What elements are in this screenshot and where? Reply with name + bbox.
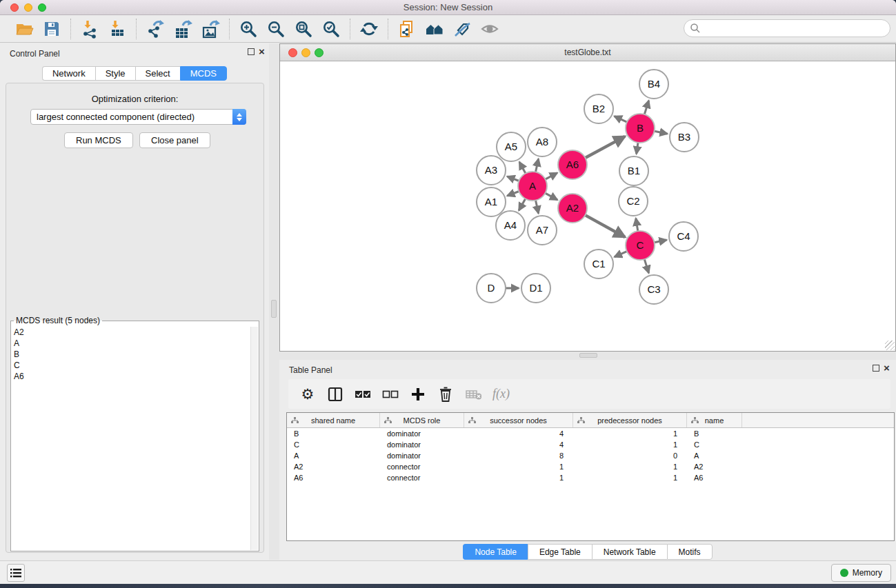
table-cell[interactable]: A6 [287, 474, 380, 482]
import-network-button[interactable] [78, 17, 101, 41]
optimization-criterion-select[interactable]: largest connected component (directed) [30, 109, 246, 125]
export-image-button[interactable] [199, 17, 222, 41]
mcds-result-item[interactable]: A2 [14, 327, 250, 338]
window-resize-grip[interactable] [885, 341, 895, 350]
close-panel-button[interactable]: Close panel [139, 132, 210, 148]
table-cell[interactable]: A6 [687, 474, 742, 482]
graph-edge-C-C4[interactable] [655, 240, 667, 243]
mcds-result-item[interactable]: A [14, 338, 250, 349]
splitter-grip[interactable] [579, 353, 597, 358]
home-button[interactable] [423, 17, 446, 41]
network-graph[interactable]: B4B2BB3A5A8A6B1A3AC2A1A2A4A7C4CC1C3DD1 [280, 61, 895, 351]
graph-edge-C-C1[interactable] [615, 252, 627, 257]
table-row[interactable]: A2connector11A2 [287, 461, 894, 472]
graph-edge-B-B4[interactable] [644, 101, 648, 114]
tab-mcds[interactable]: MCDS [180, 66, 227, 81]
table-cell[interactable]: A [287, 452, 380, 460]
table-cell[interactable]: 1 [464, 474, 573, 482]
table-cell[interactable]: 8 [464, 452, 573, 460]
tab-node-table[interactable]: Node Table [463, 544, 528, 560]
table-cell[interactable]: 4 [464, 440, 573, 449]
close-panel-icon[interactable]: × [884, 365, 890, 372]
network-canvas[interactable]: B4B2BB3A5A8A6B1A3AC2A1A2A4A7C4CC1C3DD1 [280, 61, 895, 351]
import-table-button[interactable] [106, 17, 129, 41]
unselect-all-icon[interactable] [382, 386, 399, 403]
graph-edge-A-A8[interactable] [535, 159, 538, 172]
memory-button[interactable]: Memory [831, 564, 891, 582]
mcds-result-item[interactable]: A6 [14, 371, 250, 382]
node-table[interactable]: shared nameMCDS rolesuccessor nodesprede… [286, 412, 895, 541]
select-all-icon[interactable] [355, 386, 371, 403]
refresh-button[interactable] [357, 17, 381, 41]
float-panel-icon[interactable] [248, 48, 255, 55]
delete-column-icon[interactable] [437, 386, 454, 403]
vertical-splitter[interactable] [269, 43, 279, 560]
table-cell[interactable]: B [287, 429, 380, 438]
table-cell[interactable]: dominator [380, 429, 464, 438]
table-row[interactable]: Cdominator41C [287, 439, 894, 450]
graph-edge-B-B1[interactable] [637, 143, 638, 154]
table-settings-gear-icon[interactable]: ⚙ [299, 386, 316, 403]
add-column-icon[interactable] [410, 386, 426, 403]
graph-edge-B-B3[interactable] [655, 131, 668, 134]
zoom-in-button[interactable] [237, 17, 260, 41]
graph-edge-A-A4[interactable] [519, 199, 525, 210]
table-cell[interactable]: 1 [573, 463, 687, 471]
table-cell[interactable]: connector [380, 463, 464, 471]
column-header-predecessor-nodes[interactable]: predecessor nodes [573, 413, 687, 427]
table-cell[interactable]: 1 [464, 463, 573, 471]
graph-edge-C-C2[interactable] [636, 219, 638, 232]
table-cell[interactable]: 0 [573, 452, 687, 460]
column-header-shared-name[interactable]: shared name [287, 413, 380, 427]
tab-network-table[interactable]: Network Table [592, 544, 667, 560]
show-hide-eye-button[interactable] [478, 17, 501, 41]
graph-edge-A-A3[interactable] [507, 176, 519, 181]
graph-edge-A2-C[interactable] [585, 215, 625, 237]
mcds-result-list[interactable]: A2ABCA6 [12, 325, 250, 550]
column-options-icon[interactable] [327, 386, 344, 403]
tab-select[interactable]: Select [135, 66, 180, 81]
table-row[interactable]: Bdominator41B [287, 428, 894, 439]
table-cell[interactable]: C [287, 440, 380, 449]
graph-edge-A-A7[interactable] [535, 201, 538, 214]
task-history-button[interactable] [7, 564, 25, 582]
close-panel-icon[interactable]: × [259, 48, 265, 55]
table-cell[interactable]: C [687, 440, 742, 449]
zoom-selected-button[interactable] [319, 17, 343, 41]
graph-edge-A-A2[interactable] [545, 193, 557, 200]
table-cell[interactable]: 1 [573, 429, 687, 438]
graph-edge-B-B2[interactable] [615, 116, 627, 123]
horizontal-splitter[interactable] [279, 352, 896, 360]
hide-graphics-details-button[interactable] [450, 17, 474, 41]
table-cell[interactable]: 4 [464, 429, 573, 438]
zoom-out-button[interactable] [264, 17, 288, 41]
table-cell[interactable]: connector [380, 474, 464, 482]
table-cell[interactable]: dominator [380, 440, 464, 449]
table-cell[interactable]: 1 [573, 474, 687, 482]
export-table-button[interactable] [171, 17, 195, 41]
column-header-name[interactable]: name [687, 413, 742, 427]
tab-motifs[interactable]: Motifs [667, 544, 713, 560]
network-from-selection-button[interactable] [395, 17, 419, 41]
search-box[interactable] [684, 19, 890, 37]
open-session-button[interactable] [12, 17, 36, 41]
table-row[interactable]: Adominator80A [287, 450, 894, 461]
table-cell[interactable]: A2 [687, 463, 742, 471]
table-cell[interactable]: 1 [573, 440, 687, 449]
table-row[interactable]: A6connector11A6 [287, 472, 894, 483]
column-header-MCDS-role[interactable]: MCDS role [380, 413, 464, 427]
tab-style[interactable]: Style [95, 66, 135, 81]
mcds-result-item[interactable]: C [14, 360, 250, 371]
table-cell[interactable]: A2 [287, 463, 380, 471]
column-header-successor-nodes[interactable]: successor nodes [464, 413, 573, 427]
run-mcds-button[interactable]: Run MCDS [64, 132, 133, 148]
tab-edge-table[interactable]: Edge Table [528, 544, 592, 560]
graph-edge-A-A5[interactable] [519, 162, 526, 174]
graph-edge-A-A1[interactable] [507, 192, 519, 196]
graph-edge-A6-B[interactable] [585, 136, 625, 158]
save-session-button[interactable] [40, 17, 63, 41]
mcds-list-scrollbar[interactable] [250, 327, 258, 550]
table-cell[interactable]: B [687, 429, 742, 438]
graph-edge-A-A6[interactable] [546, 173, 557, 179]
search-input[interactable] [701, 21, 890, 35]
